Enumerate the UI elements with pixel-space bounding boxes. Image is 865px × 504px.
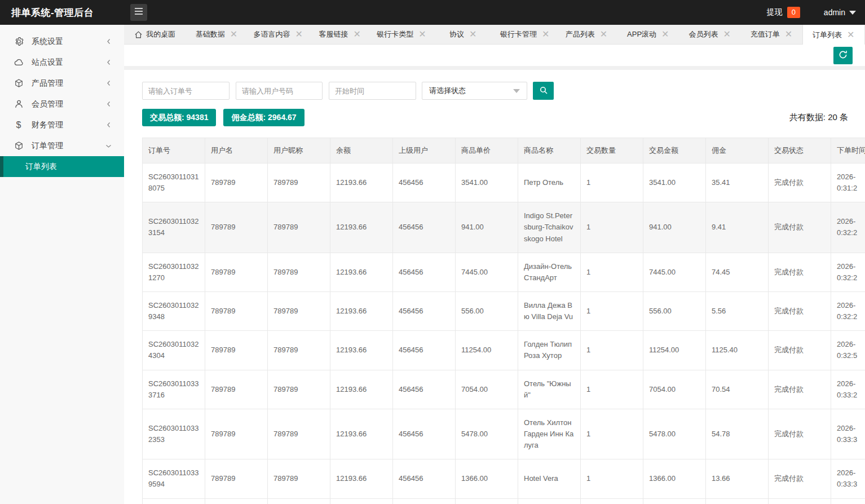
table-cell: 2026-0:33:3 (831, 409, 865, 459)
chevron-left-icon (106, 122, 112, 128)
table-header-cell: 交易数量 (581, 138, 643, 163)
table-cell: 完成付款 (769, 370, 831, 409)
table-header-cell: 商品名称 (518, 138, 581, 163)
tab-协议[interactable]: 协议✕ (432, 25, 494, 44)
tab-label: 银行卡管理 (500, 29, 537, 39)
sidebar-item[interactable]: 订单管理 (0, 135, 124, 156)
table-cell: SC26030110339594 (143, 459, 205, 498)
tab-close-icon[interactable]: ✕ (469, 30, 476, 39)
table-header-cell: 上级用户 (393, 138, 456, 163)
tab-银行卡类型[interactable]: 银行卡类型✕ (370, 25, 432, 44)
tab-close-icon[interactable]: ✕ (723, 30, 730, 39)
table-cell: 789789 (205, 163, 268, 202)
table-cell: 456456 (393, 163, 456, 202)
tab-close-icon[interactable]: ✕ (295, 30, 303, 39)
commission-total-badge: 佣金总额: 2964.67 (223, 109, 304, 126)
tab-订单列表[interactable]: 订单列表✕ (802, 25, 865, 45)
status-select-value: 请选择状态 (429, 86, 466, 96)
hamburger-icon (134, 7, 143, 17)
table-cell: 完成付款 (769, 409, 831, 459)
tab-APP滚动[interactable]: APP滚动✕ (617, 25, 679, 44)
table-cell: 2026-0:32:2 (831, 291, 865, 330)
start-time-input[interactable] (329, 82, 416, 100)
table-cell: 941.00 (643, 202, 706, 253)
record-count: 共有数据: 20 条 (789, 112, 848, 123)
table-cell: 7054.00 (643, 370, 706, 409)
table-cell: 35.41 (706, 163, 769, 202)
tab-多语言内容[interactable]: 多语言内容✕ (248, 25, 309, 44)
table-cell: 456456 (393, 331, 456, 370)
table-cell: 789789 (268, 459, 330, 498)
user-no-input[interactable] (236, 82, 323, 100)
tab-充值订单[interactable]: 充值订单✕ (740, 25, 802, 44)
tab-close-icon[interactable]: ✕ (847, 30, 854, 39)
sidebar-item[interactable]: 系统设置 (0, 31, 124, 52)
sidebar-item[interactable]: 站点设置 (0, 52, 124, 73)
tab-客服链接[interactable]: 客服链接✕ (309, 25, 370, 44)
table-row: SC2603011032430478978978978912193.664564… (143, 331, 865, 370)
tab-产品列表[interactable]: 产品列表✕ (555, 25, 617, 44)
withdraw-link[interactable]: 提现 (767, 7, 783, 17)
table-cell: 1 (581, 291, 643, 330)
tab-label: 订单列表 (813, 30, 842, 40)
table-cell: 1 (581, 253, 643, 291)
status-select[interactable]: 请选择状态 (422, 82, 527, 100)
table-cell: 789789 (268, 163, 330, 202)
tab-基础数据[interactable]: 基础数据✕ (186, 25, 247, 44)
table-cell: 456456 (393, 370, 456, 409)
table-cell: 54.78 (706, 409, 769, 459)
table-header-cell: 用户昵称 (268, 138, 330, 163)
table-cell: 5.56 (706, 291, 769, 330)
table-cell: 3541.00 (456, 163, 518, 202)
refresh-button[interactable] (833, 47, 853, 64)
table-cell: SC26030110318075 (143, 163, 205, 202)
table-cell: 2026-0:32:2 (831, 202, 865, 253)
table-cell: 12193.66 (330, 253, 393, 291)
tab-close-icon[interactable]: ✕ (230, 30, 237, 39)
cube-icon (14, 141, 24, 151)
tab-label: APP滚动 (627, 29, 656, 39)
tab-银行卡管理[interactable]: 银行卡管理✕ (494, 25, 555, 44)
tab-会员列表[interactable]: 会员列表✕ (679, 25, 740, 44)
table-cell: 1 (581, 409, 643, 459)
table-cell: 5478.00 (456, 409, 518, 459)
table-cell: 5478.00 (643, 409, 706, 459)
sidebar: 系统设置站点设置产品管理会员管理$财务管理订单管理订单列表 (0, 25, 124, 504)
tab-close-icon[interactable]: ✕ (353, 30, 360, 39)
table-header-cell: 交易状态 (769, 138, 831, 163)
table-cell: 789789 (268, 202, 330, 253)
table-cell: 456456 (393, 202, 456, 253)
table-cell: SC26030110333716 (143, 370, 205, 409)
search-button[interactable] (533, 82, 554, 100)
table-cell: 556.00 (456, 291, 518, 330)
table-header-cell: 余额 (330, 138, 393, 163)
table-cell: 2026-0:33:2 (831, 370, 865, 409)
table-row: SC2603011033235378978978978912193.664564… (143, 409, 865, 459)
table-cell: 完成付款 (769, 202, 831, 253)
table-cell: 7445.00 (456, 253, 518, 291)
table-cell: Hotel Vera (518, 459, 581, 498)
sidebar-item[interactable]: 会员管理 (0, 94, 124, 114)
sidebar-subitem-order-list[interactable]: 订单列表 (0, 156, 124, 177)
sidebar-item[interactable]: $财务管理 (0, 114, 124, 135)
tab-我的桌面[interactable]: 我的桌面 (124, 25, 186, 44)
tab-close-icon[interactable]: ✕ (600, 30, 607, 39)
table-row: SC2603011032315478978978978912193.664564… (143, 202, 865, 253)
sidebar-toggle-button[interactable] (130, 4, 147, 21)
table-cell: 1 (581, 331, 643, 370)
table-cell: 556.00 (643, 291, 706, 330)
table-cell: SC26030110332353 (143, 409, 205, 459)
table-cell: 1366.00 (456, 459, 518, 498)
table-header-row: 订单号用户名用户昵称余额上级用户商品单价商品名称交易数量交易金额佣金交易状态下单… (143, 138, 865, 163)
search-icon (539, 86, 548, 96)
tab-close-icon[interactable]: ✕ (661, 30, 669, 39)
order-no-input[interactable] (142, 82, 230, 100)
tab-close-icon[interactable]: ✕ (785, 30, 792, 39)
table-cell: Отель "Южный" (518, 370, 581, 409)
sidebar-item[interactable]: 产品管理 (0, 73, 124, 94)
user-menu[interactable]: admin (824, 8, 845, 17)
tab-close-icon[interactable]: ✕ (542, 30, 549, 39)
sidebar-item-label: 订单管理 (32, 141, 63, 151)
table-cell: 789789 (205, 370, 268, 409)
tab-close-icon[interactable]: ✕ (418, 30, 426, 39)
